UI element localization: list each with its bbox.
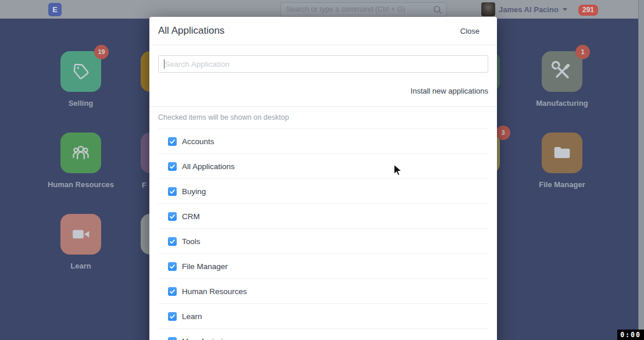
- user-avatar[interactable]: [481, 2, 495, 16]
- chevron-down-icon: [563, 8, 567, 11]
- app-label: File Manager: [182, 262, 228, 271]
- checkbox-checked-icon[interactable]: [168, 162, 177, 171]
- app-row-all-applications[interactable]: All Applications: [158, 154, 488, 179]
- desktop-label-manufacturing[interactable]: Manufacturing: [516, 99, 609, 108]
- desktop-label-selling[interactable]: Selling: [34, 99, 127, 108]
- app-label: Accounts: [182, 137, 214, 146]
- selling-count-badge: 19: [94, 45, 109, 59]
- people-icon: [70, 142, 91, 163]
- app-label: Buying: [182, 187, 206, 196]
- partial-count-badge: 3: [496, 126, 510, 140]
- desktop-label-partial: F: [142, 181, 146, 189]
- desktop-label-learn[interactable]: Learn: [34, 262, 127, 270]
- install-new-applications-link[interactable]: Install new applications: [410, 87, 488, 95]
- page-scrollbar[interactable]: [638, 0, 644, 340]
- desktop-label-human-resources[interactable]: Human Resources: [34, 180, 127, 189]
- app-row-manufacturing[interactable]: Manufacturing: [158, 329, 488, 340]
- divider: [149, 106, 497, 107]
- desktop-icon-file-manager[interactable]: [542, 133, 582, 173]
- desktop-icon-learn[interactable]: [60, 214, 101, 255]
- app-row-file-manager[interactable]: File Manager: [158, 254, 488, 279]
- user-name-label: James Al Pacino: [499, 5, 559, 14]
- app-row-tools[interactable]: Tools: [158, 229, 488, 254]
- app-row-human-resources[interactable]: Human Resources: [158, 279, 488, 304]
- desktop-icon-selling[interactable]: [60, 51, 101, 92]
- tools-icon: [552, 61, 573, 82]
- top-navbar: E Search or type a command (Ctrl + G) Ja…: [0, 0, 644, 19]
- manufacturing-count-badge: 1: [575, 45, 590, 59]
- dialog-header: All Applications Close: [149, 17, 497, 45]
- app-label: All Applications: [182, 162, 235, 171]
- checkbox-checked-icon[interactable]: [168, 137, 177, 146]
- folder-icon: [552, 142, 573, 163]
- checkbox-checked-icon[interactable]: [168, 287, 177, 296]
- all-applications-dialog: All Applications Close Install new appli…: [149, 17, 497, 340]
- checkbox-checked-icon[interactable]: [168, 212, 177, 221]
- notifications-badge[interactable]: 291: [578, 5, 598, 16]
- checkbox-checked-icon[interactable]: [168, 262, 177, 271]
- global-search-placeholder: Search or type a command (Ctrl + G): [286, 5, 405, 13]
- desktop-label-file-manager[interactable]: File Manager: [516, 180, 609, 189]
- desktop-icon-human-resources[interactable]: [60, 133, 101, 173]
- user-menu[interactable]: James Al Pacino: [499, 5, 567, 14]
- checkbox-checked-icon[interactable]: [168, 187, 177, 196]
- app-row-learn[interactable]: Learn: [158, 304, 488, 329]
- video-camera-icon: [70, 224, 91, 245]
- app-label: Human Resources: [182, 287, 247, 296]
- recording-timer: 0:00: [617, 330, 644, 340]
- app-label: Tools: [182, 237, 201, 246]
- app-logo[interactable]: E: [48, 3, 62, 16]
- dialog-body: Install new applications Checked items w…: [149, 45, 497, 340]
- tag-icon: [71, 62, 91, 81]
- app-label: CRM: [182, 212, 200, 221]
- checkbox-checked-icon[interactable]: [168, 237, 177, 246]
- app-row-crm[interactable]: CRM: [158, 204, 488, 229]
- application-search-input[interactable]: [158, 55, 488, 73]
- mouse-cursor: [393, 164, 404, 180]
- app-label: Manufacturing: [182, 337, 232, 340]
- application-list: Accounts All Applications Buying CRM Too…: [158, 128, 488, 340]
- text-caret: [164, 59, 164, 69]
- checkbox-checked-icon[interactable]: [168, 337, 177, 340]
- checkbox-checked-icon[interactable]: [168, 312, 177, 321]
- desktop-icon-manufacturing[interactable]: [542, 51, 582, 92]
- app-row-buying[interactable]: Buying: [158, 179, 488, 204]
- dialog-title: All Applications: [158, 25, 224, 37]
- close-button[interactable]: Close: [460, 27, 480, 35]
- app-label: Learn: [182, 312, 202, 321]
- global-search-input[interactable]: Search or type a command (Ctrl + G): [280, 2, 447, 17]
- app-row-accounts[interactable]: Accounts: [158, 129, 488, 154]
- search-icon: [432, 5, 443, 17]
- checked-items-caption: Checked items will be shown on desktop: [158, 113, 488, 121]
